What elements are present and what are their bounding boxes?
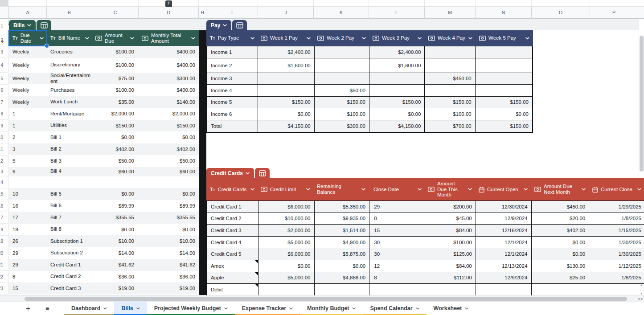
cell-week3[interactable]: $4,150.00 xyxy=(369,120,425,132)
cell-bill-name[interactable] xyxy=(47,176,92,188)
cell-week1[interactable]: $150.00 xyxy=(258,97,314,108)
cell-amount-due[interactable]: $2,000.00 xyxy=(92,108,139,120)
cell-week5[interactable]: $150.00 xyxy=(476,120,532,132)
cell-current-open[interactable]: 12/9/2024 xyxy=(476,272,532,284)
cell-amount-due[interactable]: $150.00 xyxy=(92,120,139,132)
cell-pay-type[interactable]: Income 4 xyxy=(207,85,258,96)
column-header[interactable]: H xyxy=(199,7,206,19)
row-header[interactable]: 4 xyxy=(0,58,8,73)
cell-week2[interactable]: $150.00 xyxy=(315,97,369,108)
chevron-down-icon[interactable] xyxy=(637,188,641,191)
cell-remaining-balance[interactable]: $9,935.00 xyxy=(315,213,370,225)
vertical-scrollbar-arrows[interactable]: ▲▼ xyxy=(639,283,644,295)
cell-week2[interactable] xyxy=(315,58,369,73)
chevron-down-icon[interactable] xyxy=(306,188,310,191)
cell-amount-due[interactable]: $60.00 xyxy=(92,167,139,176)
pay-col-week3[interactable]: Week 3 Pay xyxy=(369,30,425,46)
cell-monthly-total[interactable]: $400.00 xyxy=(139,46,199,58)
cell-amount-due[interactable]: $355.55 xyxy=(92,212,139,224)
cell-bill-name[interactable]: Bill 2 xyxy=(47,143,92,155)
credit-col-remaining-balance[interactable]: Remaining Balance xyxy=(314,178,369,200)
cell-week2[interactable]: $100.00 xyxy=(315,108,369,120)
cell-bill-name[interactable]: Rent/Mortgage xyxy=(47,108,92,120)
cell-close-date[interactable]: 30 xyxy=(369,237,425,248)
cell-close-date[interactable] xyxy=(369,284,425,296)
cell-bill-name[interactable]: Groceries xyxy=(47,46,92,58)
all-sheets-menu-button[interactable]: ≡ xyxy=(45,305,49,311)
cell-week3[interactable]: $1,600.00 xyxy=(369,58,425,73)
cell-current-open[interactable]: 12/1/2024 xyxy=(476,237,532,248)
chevron-down-icon[interactable] xyxy=(40,37,44,40)
row-header[interactable]: 14 xyxy=(0,176,8,188)
row-header[interactable]: 1 xyxy=(0,19,8,34)
pay-col-week2[interactable]: Week 2 Pay xyxy=(314,30,369,46)
cell-week3[interactable] xyxy=(369,73,425,85)
cell-monthly-total[interactable]: $0.00 xyxy=(139,224,199,236)
cell-week4[interactable] xyxy=(425,58,475,73)
credit-col-amount-due-this-month[interactable]: Amount Due This Month xyxy=(425,178,476,200)
cell-due-date[interactable]: 1 xyxy=(9,108,47,120)
cell-due-date[interactable]: 2 xyxy=(9,131,47,143)
cell-amount-due-this-month[interactable]: $112.00 xyxy=(425,272,476,284)
cell-remaining-balance[interactable]: $5,350.00 xyxy=(315,201,370,213)
bills-col-bill-name[interactable]: TT Bill Name xyxy=(47,30,92,46)
cell-pay-type[interactable]: Total xyxy=(207,120,258,132)
cell-close-date[interactable]: 8 xyxy=(369,213,425,225)
cell-amount-due[interactable]: $41.62 xyxy=(92,259,139,271)
cell-due-date[interactable]: 6 xyxy=(9,167,47,176)
column-headers[interactable]: ABCDHIJKLMNOP xyxy=(0,7,644,19)
column-header[interactable]: N xyxy=(476,7,532,19)
pay-col-week5[interactable]: Week 5 Pay xyxy=(476,30,533,46)
cell-remaining-balance[interactable]: $0.00 xyxy=(315,260,370,272)
chevron-down-icon[interactable] xyxy=(224,307,228,310)
cell-amount-due[interactable]: $100.00 xyxy=(92,46,139,58)
cell-week5[interactable] xyxy=(476,73,532,85)
cell-amount-due[interactable]: $100.00 xyxy=(92,84,139,96)
credit-cards-table-chip[interactable]: Credit Cards xyxy=(206,168,270,178)
chevron-down-icon[interactable] xyxy=(524,188,528,191)
credit-col-current-open[interactable]: Current Open xyxy=(476,178,531,200)
sheet-tab[interactable]: Bills xyxy=(114,302,147,315)
chevron-down-icon[interactable] xyxy=(103,307,107,310)
cell-week4[interactable]: $700.00 xyxy=(425,120,475,132)
table-view-button[interactable] xyxy=(232,20,247,30)
column-header[interactable]: D xyxy=(139,7,199,19)
cell-monthly-total[interactable]: $150.00 xyxy=(139,120,199,132)
cell-monthly-total[interactable]: $355.55 xyxy=(139,212,199,224)
column-header[interactable]: K xyxy=(314,7,369,19)
cell-amount-due[interactable]: $402.00 xyxy=(92,143,139,155)
cell-week1[interactable]: $0.00 xyxy=(258,108,314,120)
cell-due-date[interactable]: 15 xyxy=(9,282,47,295)
cell-week2[interactable] xyxy=(315,46,369,58)
chevron-down-icon[interactable] xyxy=(130,37,134,40)
cell-pay-type[interactable]: Income 3 xyxy=(207,73,258,85)
chevron-down-icon[interactable] xyxy=(27,24,31,27)
row-header[interactable]: 16 xyxy=(0,200,8,212)
row-header[interactable]: 6 xyxy=(0,85,8,97)
cell-card-name[interactable]: Credit Card 1 xyxy=(207,201,258,213)
cell-due-date[interactable]: 17 xyxy=(9,212,47,224)
cell-pay-type[interactable]: Income 1 xyxy=(207,46,258,58)
row-header[interactable]: 21 xyxy=(0,259,8,271)
row-header[interactable]: 17 xyxy=(0,212,8,224)
chevron-down-icon[interactable] xyxy=(191,37,195,40)
cell-week5[interactable] xyxy=(476,85,532,96)
cell-bill-name[interactable]: Subscription 2 xyxy=(47,247,92,259)
column-header[interactable]: C xyxy=(92,7,139,19)
cell-remaining-balance[interactable]: $5,875.00 xyxy=(315,248,370,260)
cell-due-date[interactable]: 29 xyxy=(9,259,47,271)
cell-monthly-total[interactable]: $140.00 xyxy=(139,96,199,108)
cell-week4[interactable] xyxy=(425,85,475,96)
cell-amount-due[interactable]: $0.00 xyxy=(92,224,139,236)
cell-remaining-balance[interactable] xyxy=(315,284,370,296)
cell-current-open[interactable]: 12/16/2024 xyxy=(476,225,532,236)
chevron-down-icon[interactable] xyxy=(468,188,472,191)
cell-amount-due-next-month[interactable]: $450.00 xyxy=(532,201,590,213)
sheet-tab[interactable]: Worksheet xyxy=(427,302,476,315)
cell-pay-type[interactable]: Income 6 xyxy=(207,108,258,120)
cell-due-date[interactable]: 8 xyxy=(9,271,47,283)
cell-close-date[interactable]: 29 xyxy=(369,201,425,213)
cell-amount-due[interactable]: $50.00 xyxy=(92,155,139,167)
cell-pay-type[interactable]: Income 2 xyxy=(207,58,258,73)
cell-credit-limit[interactable]: $2,000.00 xyxy=(258,225,315,236)
